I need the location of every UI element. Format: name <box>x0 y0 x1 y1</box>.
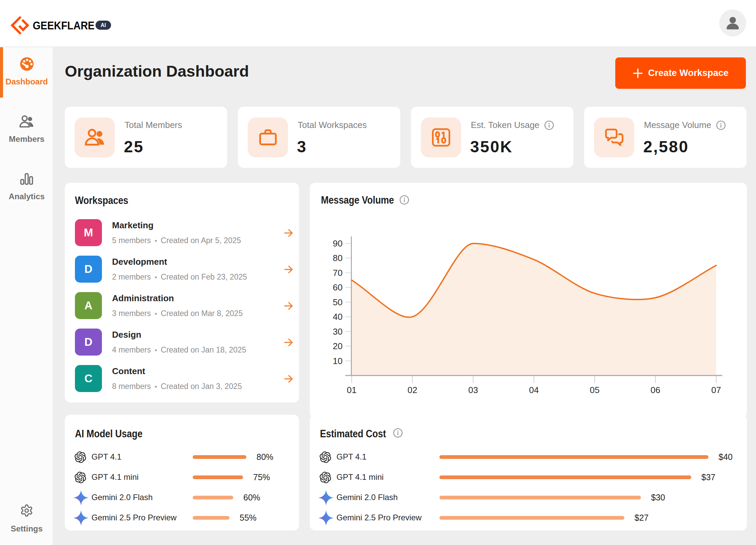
svg-text:03: 03 <box>468 385 478 395</box>
svg-text:70: 70 <box>333 268 343 278</box>
svg-text:30: 30 <box>333 327 343 337</box>
svg-text:90: 90 <box>333 238 343 249</box>
svg-text:05: 05 <box>590 385 600 395</box>
svg-text:06: 06 <box>651 385 660 395</box>
svg-text:10: 10 <box>333 356 343 366</box>
svg-text:04: 04 <box>529 385 539 395</box>
svg-text:01: 01 <box>347 385 357 395</box>
svg-text:40: 40 <box>333 312 343 322</box>
svg-text:60: 60 <box>333 282 343 292</box>
svg-text:02: 02 <box>408 385 417 395</box>
svg-text:80: 80 <box>333 253 343 263</box>
svg-text:50: 50 <box>333 297 343 307</box>
svg-text:20: 20 <box>333 341 343 351</box>
svg-text:07: 07 <box>711 385 721 395</box>
